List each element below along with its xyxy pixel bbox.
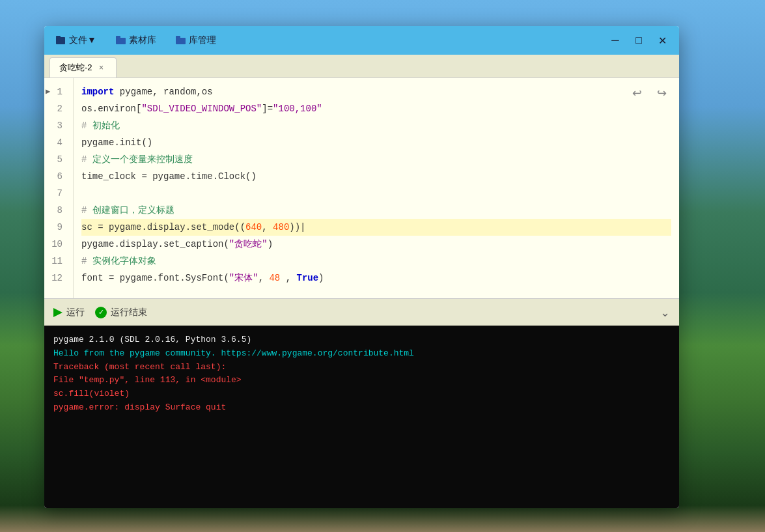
check-circle-icon: ✓ — [95, 307, 107, 318]
library-icon — [176, 36, 186, 45]
run-complete-indicator: ✓ 运行结束 — [95, 307, 147, 318]
console-line-4: File "temp.py", line 113, in <module> — [53, 374, 670, 387]
svg-rect-3 — [116, 36, 120, 38]
maximize-button[interactable]: □ — [630, 31, 648, 49]
play-icon — [53, 308, 63, 317]
svg-rect-0 — [56, 37, 65, 44]
code-line-12: font = pygame.font.SysFont("宋体", 48 , Tr… — [81, 270, 671, 287]
code-editor[interactable]: ▶ 1 2 3 4 5 6 7 8 9 10 11 12 import pyga… — [44, 78, 679, 298]
menu-library-label: 库管理 — [189, 35, 216, 46]
line-numbers: ▶ 1 2 3 4 5 6 7 8 9 10 11 12 — [44, 78, 74, 298]
undo-button[interactable]: ↩ — [627, 83, 647, 103]
collapse-arrow[interactable]: ▶ — [46, 83, 50, 100]
close-button[interactable]: ✕ — [653, 31, 671, 49]
run-label: 运行 — [66, 307, 85, 318]
menu-bar: 文件▼ 素材库 库管理 — [52, 32, 606, 49]
code-line-10: pygame.display.set_caption("贪吃蛇") — [81, 236, 671, 253]
tab-bar: 贪吃蛇-2 × — [44, 55, 679, 78]
code-line-1: import pygame, random,os — [81, 83, 671, 100]
svg-rect-5 — [176, 36, 180, 38]
code-line-5: # 定义一个变量来控制速度 — [81, 151, 671, 168]
console-line-2: Hello from the pygame community. https:/… — [53, 347, 670, 361]
minimize-icon: ─ — [611, 35, 619, 46]
run-button[interactable]: 运行 — [53, 307, 85, 318]
file-icon — [56, 36, 66, 45]
app-window: 文件▼ 素材库 库管理 ─ — [44, 26, 679, 508]
svg-rect-4 — [176, 38, 186, 44]
tab-label: 贪吃蛇-2 — [59, 62, 92, 74]
redo-button[interactable]: ↪ — [652, 83, 671, 103]
menu-file-label: 文件▼ — [69, 35, 96, 46]
close-icon: ✕ — [658, 35, 667, 47]
menu-file[interactable]: 文件▼ — [52, 32, 100, 49]
code-line-8: # 创建窗口，定义标题 — [81, 202, 671, 219]
redo-icon: ↪ — [657, 86, 667, 100]
code-content[interactable]: import pygame, random,os os.environ["SDL… — [74, 78, 679, 298]
code-line-11: # 实例化字体对象 — [81, 253, 671, 270]
folder-icon — [116, 36, 126, 45]
code-line-4: pygame.init() — [81, 134, 671, 151]
code-line-6: time_clock = pygame.time.Clock() — [81, 168, 671, 185]
menu-library[interactable]: 库管理 — [172, 32, 220, 49]
menu-assets[interactable]: 素材库 — [112, 32, 160, 49]
console-output: pygame 2.1.0 (SDL 2.0.16, Python 3.6.5) … — [44, 326, 679, 508]
console-line-5: sc.fill(violet) — [53, 387, 670, 401]
minimize-button[interactable]: ─ — [606, 31, 624, 49]
tab-close-button[interactable]: × — [96, 63, 107, 73]
toolbar: 运行 ✓ 运行结束 ⌄ — [44, 298, 679, 326]
code-line-3: # 初始化 — [81, 117, 671, 134]
titlebar: 文件▼ 素材库 库管理 ─ — [44, 26, 679, 55]
tab-snake[interactable]: 贪吃蛇-2 × — [49, 57, 117, 77]
run-complete-label: 运行结束 — [111, 307, 147, 318]
maximize-icon: □ — [635, 35, 642, 46]
code-line-9: sc = pygame.display.set_mode((640, 480))… — [81, 219, 671, 236]
svg-rect-1 — [56, 36, 61, 38]
chevron-down-icon[interactable]: ⌄ — [660, 305, 670, 320]
console-line-3: Traceback (most recent call last): — [53, 361, 670, 374]
editor-area: ↩ ↪ ▶ 1 2 3 4 5 6 7 8 9 10 11 12 — [44, 78, 679, 326]
code-line-2: os.environ["SDL_VIDEO_WINDOW_POS"]="100,… — [81, 100, 671, 117]
console-line-1: pygame 2.1.0 (SDL 2.0.16, Python 3.6.5) — [53, 333, 670, 347]
menu-assets-label: 素材库 — [129, 35, 156, 46]
window-controls: ─ □ ✕ — [606, 31, 671, 49]
console-line-6: pygame.error: display Surface quit — [53, 401, 670, 415]
svg-rect-2 — [116, 38, 126, 44]
undo-icon: ↩ — [632, 86, 642, 100]
code-line-7 — [81, 185, 671, 202]
editor-actions: ↩ ↪ — [627, 83, 671, 103]
